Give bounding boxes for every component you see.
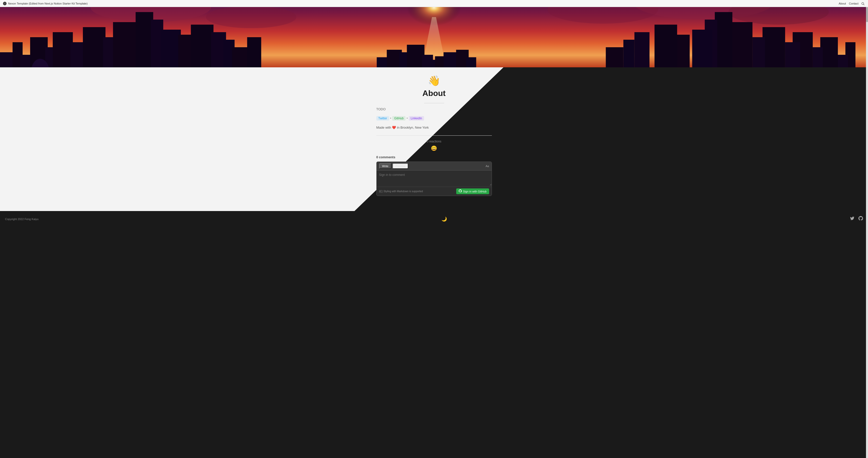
nav-link-contact[interactable]: Contact [849, 2, 859, 5]
main-section: 👋 About TODO Twitter • GitHub • LinkedIn… [0, 67, 868, 211]
content-wrapper: 👋 About TODO Twitter • GitHub • LinkedIn… [0, 67, 868, 211]
social-dot-1: • [390, 117, 391, 120]
linkedin-link[interactable]: LinkedIn [409, 116, 424, 121]
city-svg [0, 7, 868, 67]
reaction-emoji-button[interactable]: 😀 [376, 145, 492, 151]
page-title: About [376, 89, 492, 98]
preview-tab[interactable]: Preview [393, 163, 408, 169]
svg-rect-29 [232, 47, 250, 67]
comment-footer: M↓ Styling with Markdown is supported Si… [377, 187, 492, 196]
reactions-row: 0 reactions [376, 140, 492, 143]
scrollbar[interactable] [866, 7, 868, 458]
footer-github-link[interactable] [859, 216, 863, 222]
page-content: 👋 About TODO Twitter • GitHub • LinkedIn… [371, 75, 497, 196]
search-icon[interactable] [862, 2, 865, 5]
svg-rect-38 [820, 37, 838, 67]
svg-rect-52 [606, 47, 623, 67]
svg-rect-56 [407, 45, 424, 67]
svg-rect-39 [813, 47, 823, 67]
hero-banner [0, 7, 868, 67]
navbar: Nexon Template (Edited from Next.js Noti… [0, 0, 868, 7]
heart-emoji: ❤️ [392, 125, 396, 130]
svg-rect-26 [191, 25, 213, 67]
theme-toggle-button[interactable]: 🌙 [441, 216, 447, 222]
svg-rect-19 [83, 27, 105, 67]
made-with-label: Made with [376, 125, 391, 130]
github-link[interactable]: GitHub [392, 116, 405, 121]
comments-header: 0 comments [376, 155, 492, 159]
svg-point-10 [206, 7, 296, 28]
svg-rect-17 [53, 32, 73, 67]
footer-twitter-link[interactable] [850, 216, 855, 222]
page-emoji: 👋 [376, 75, 492, 87]
social-dot-2: • [406, 117, 407, 120]
navbar-left: Nexon Template (Edited from Next.js Noti… [3, 2, 88, 5]
comment-tabs-bar: Write Preview Aa [377, 162, 492, 171]
comment-box: Write Preview Aa M↓ Styling with Markdow… [376, 162, 492, 196]
write-tab[interactable]: Write [379, 163, 392, 169]
markdown-icon: M↓ [379, 190, 383, 193]
svg-rect-47 [692, 30, 712, 67]
site-icon [3, 2, 6, 5]
svg-rect-42 [763, 27, 785, 67]
sign-in-label: Sign in with GitHub [463, 190, 487, 193]
svg-rect-50 [634, 32, 650, 67]
svg-rect-43 [752, 37, 765, 67]
title-divider [424, 103, 444, 103]
todo-text: TODO [376, 107, 492, 111]
svg-point-0 [4, 2, 6, 4]
footer: Copyright 2022 Feng Kaiyu 🌙 [0, 211, 868, 227]
site-title: Nexon Template (Edited from Next.js Noti… [8, 2, 88, 5]
social-links-row: Twitter • GitHub • LinkedIn [376, 116, 492, 121]
footer-copyright: Copyright 2022 Feng Kaiyu [5, 218, 38, 221]
comment-textarea[interactable] [377, 171, 492, 186]
svg-rect-30 [247, 37, 261, 67]
footer-social-links [850, 216, 863, 222]
svg-rect-45 [715, 12, 733, 67]
scrollbar-thumb[interactable] [866, 7, 868, 22]
svg-rect-51 [623, 40, 634, 67]
svg-rect-41 [785, 42, 800, 67]
font-size-toggle[interactable]: Aa [486, 165, 489, 168]
svg-rect-24 [161, 30, 181, 67]
twitter-link[interactable]: Twitter [376, 116, 389, 121]
reactions-count: 0 reactions [427, 140, 441, 143]
svg-line-2 [864, 4, 864, 5]
svg-rect-49 [655, 25, 677, 67]
github-btn-icon [459, 190, 462, 193]
nav-link-about[interactable]: About [839, 2, 846, 5]
location-text: in Brooklyn, New York [397, 125, 429, 130]
navbar-right: About Contact [839, 2, 865, 5]
svg-rect-62 [466, 57, 476, 67]
markdown-label: Styling with Markdown is supported [384, 190, 423, 193]
comments-section: 0 comments Write Preview Aa [376, 155, 492, 196]
made-with-text: Made with ❤️ in Brooklyn, New York [376, 125, 492, 130]
svg-rect-21 [113, 22, 138, 67]
svg-rect-22 [135, 12, 153, 67]
markdown-info: M↓ Styling with Markdown is supported [379, 190, 423, 193]
sign-in-github-button[interactable]: Sign in with GitHub [456, 189, 489, 194]
comment-tab-group: Write Preview [379, 163, 408, 169]
